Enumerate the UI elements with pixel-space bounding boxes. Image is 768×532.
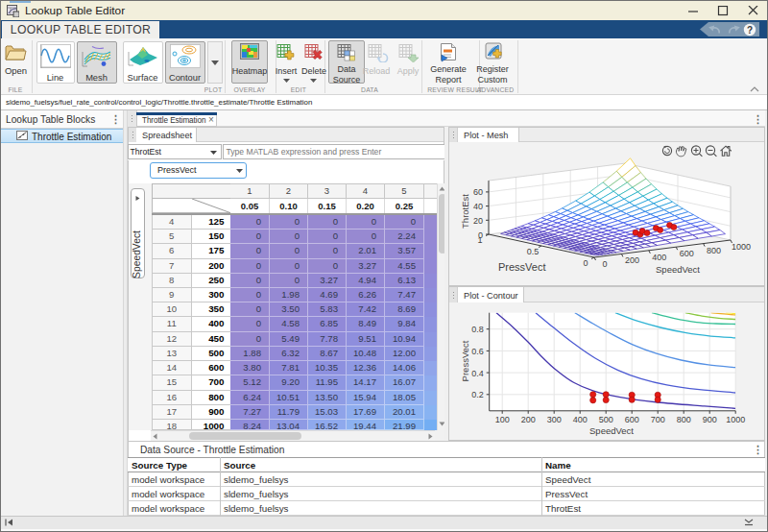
svg-text:PressVect: PressVect [498, 261, 546, 273]
svg-text:0: 0 [583, 258, 588, 268]
svg-text:PressVect: PressVect [460, 340, 470, 381]
svg-text:300: 300 [547, 415, 562, 424]
svg-text:200: 200 [625, 255, 639, 265]
svg-text:900: 900 [703, 415, 717, 424]
svg-text:SpeedVect: SpeedVect [589, 425, 634, 436]
svg-text:0.5: 0.5 [527, 247, 540, 256]
svg-text:200: 200 [521, 415, 536, 424]
svg-text:800: 800 [677, 415, 691, 424]
svg-text:60: 60 [473, 187, 483, 197]
svg-text:1000: 1000 [726, 415, 745, 424]
svg-text:20: 20 [473, 216, 483, 226]
svg-text:ThrotEst: ThrotEst [460, 194, 470, 229]
svg-text:700: 700 [651, 415, 665, 424]
svg-text:1: 1 [477, 235, 482, 245]
svg-text:100: 100 [495, 415, 510, 424]
svg-text:400: 400 [573, 415, 588, 424]
svg-text:SpeedVect: SpeedVect [656, 264, 700, 275]
svg-text:40: 40 [473, 202, 483, 211]
svg-text:400: 400 [652, 253, 666, 262]
svg-text:0: 0 [602, 259, 607, 269]
svg-text:800: 800 [707, 246, 721, 255]
svg-text:0.4: 0.4 [471, 369, 484, 378]
svg-text:0.8: 0.8 [471, 325, 484, 334]
svg-text:500: 500 [599, 415, 613, 424]
svg-text:600: 600 [625, 415, 639, 424]
svg-text:600: 600 [680, 249, 694, 258]
svg-text:0.2: 0.2 [471, 390, 484, 399]
svg-text:?: ? [747, 25, 753, 36]
svg-text:0.6: 0.6 [471, 347, 484, 356]
svg-text:1000: 1000 [732, 242, 751, 252]
